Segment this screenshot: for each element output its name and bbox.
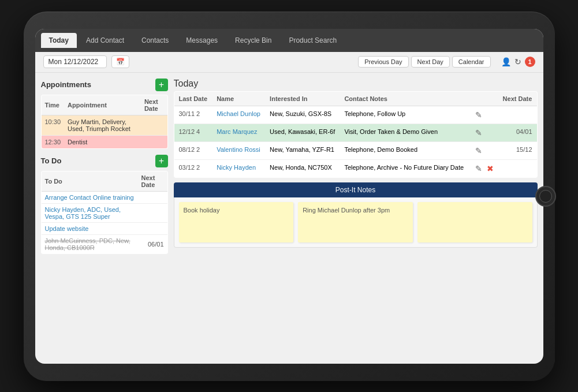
notification-badge[interactable]: 1 [525, 57, 535, 67]
appointments-section: Appointments + Time Appointment Next Dat… [41, 79, 168, 149]
appt-next-date [141, 115, 167, 135]
appt-col-nextdate: Next Date [141, 95, 167, 115]
today-last-date: 12/12 4 [174, 124, 212, 141]
today-interested-in: New, Honda, NC750X [265, 159, 340, 177]
today-name[interactable]: Marc Marquez [212, 124, 265, 141]
todo-row: John McGuinness, PDC, New, Honda, CB1000… [41, 234, 167, 253]
nav-tab-messages[interactable]: Messages [178, 33, 226, 48]
sidebar: Appointments + Time Appointment Next Dat… [41, 79, 168, 358]
contact-link[interactable]: Nicky Hayden [217, 164, 256, 171]
todo-header: To Do + [41, 155, 168, 167]
day-nav-group: Previous Day Next Day Calendar [358, 56, 490, 68]
today-interested-in: New, Yamaha, YZF-R1 [265, 141, 340, 159]
today-next-date [498, 106, 537, 124]
postit-note[interactable] [417, 202, 532, 242]
home-button[interactable] [535, 186, 556, 207]
appointments-header-row: Time Appointment Next Date [41, 95, 167, 115]
todo-next-date: 06/01 [137, 234, 167, 253]
postit-container: Book holidayRing Michael Dunlop after 3p… [174, 197, 538, 248]
appt-next-date [141, 135, 167, 148]
today-interested-in: Used, Kawasaki, ER-6f [265, 124, 340, 141]
contact-link[interactable]: Marc Marquez [217, 128, 257, 135]
postit-note[interactable]: Book holiday [179, 202, 294, 242]
today-title: Today [174, 79, 538, 89]
col-contact-notes: Contact Notes [340, 91, 468, 106]
today-interested-in: New, Suzuki, GSX-8S [265, 106, 340, 124]
today-row: 12/12 4 Marc Marquez Used, Kawasaki, ER-… [174, 124, 537, 141]
toolbar: 📅 Previous Day Next Day Calendar 👤 ↻ 1 [35, 52, 543, 73]
todo-table: To Do Next Date Arrange Contact Online t… [41, 171, 168, 254]
today-last-date: 08/12 2 [174, 141, 212, 159]
appt-col-time: Time [41, 95, 64, 115]
calendar-icon-btn[interactable]: 📅 [111, 55, 129, 68]
nav-tab-add-contact[interactable]: Add Contact [78, 33, 132, 48]
todo-text[interactable]: Update website [41, 222, 137, 234]
contact-link[interactable]: Valentino Rossi [217, 146, 260, 153]
edit-button[interactable]: ✎ [473, 164, 484, 173]
appointments-header: Appointments + [41, 79, 168, 91]
appt-text[interactable]: Dentist [64, 135, 141, 148]
today-name[interactable]: Valentino Rossi [212, 141, 265, 159]
next-day-button[interactable]: Next Day [411, 56, 450, 68]
tablet-frame: TodayAdd ContactContactsMessagesRecycle … [24, 12, 555, 381]
col-next-date: Next Date [498, 91, 537, 106]
postit-header: Post-It Notes [174, 182, 538, 197]
calendar-button[interactable]: Calendar [452, 56, 491, 68]
add-todo-button[interactable]: + [155, 155, 168, 167]
contact-link[interactable]: Michael Dunlop [217, 110, 260, 117]
col-name: Name [212, 91, 265, 106]
home-button-inner [539, 190, 552, 203]
main-content: Appointments + Time Appointment Next Dat… [35, 73, 543, 364]
edit-button[interactable]: ✎ [473, 146, 484, 155]
add-appointment-button[interactable]: + [155, 79, 168, 91]
today-name[interactable]: Michael Dunlop [212, 106, 265, 124]
right-panel: Today Last Date Name Interested In Conta… [174, 79, 538, 358]
delete-icon[interactable]: ✖ [487, 164, 494, 173]
today-row: 30/11 2 Michael Dunlop New, Suzuki, GSX-… [174, 106, 537, 124]
today-contact-notes: Telephone, Demo Booked [340, 141, 468, 159]
nav-tab-product-search[interactable]: Product Search [281, 33, 345, 48]
today-section: Today Last Date Name Interested In Conta… [174, 79, 538, 178]
today-row: 08/12 2 Valentino Rossi New, Yamaha, YZF… [174, 141, 537, 159]
nav-tab-contacts[interactable]: Contacts [133, 33, 177, 48]
today-row: 03/12 2 Nicky Hayden New, Honda, NC750X … [174, 159, 537, 177]
col-last-date: Last Date [174, 91, 212, 106]
today-contact-notes: Visit, Order Taken & Demo Given [340, 124, 468, 141]
user-icon[interactable]: 👤 [501, 57, 511, 66]
date-input[interactable] [43, 55, 107, 68]
postit-note[interactable]: Ring Michael Dunlop after 3pm [298, 202, 413, 242]
appt-text[interactable]: Guy Martin, Delivery, Used, Triumph Rock… [64, 115, 141, 135]
todo-next-date [137, 191, 167, 203]
todo-title: To Do [41, 156, 62, 165]
postit-section: Post-It Notes Book holidayRing Michael D… [174, 182, 538, 248]
todo-text[interactable]: John McGuinness, PDC, New, Honda, CB1000… [41, 234, 137, 253]
appt-time: 10:30 [41, 115, 64, 135]
edit-button[interactable]: ✎ [473, 110, 484, 120]
today-last-date: 03/12 2 [174, 159, 212, 177]
today-name[interactable]: Nicky Hayden [212, 159, 265, 177]
nav-tab-recycle-bin[interactable]: Recycle Bin [227, 33, 279, 48]
todo-header-row: To Do Next Date [41, 171, 167, 191]
tablet-screen: TodayAdd ContactContactsMessagesRecycle … [35, 29, 543, 364]
nav-tab-today[interactable]: Today [41, 33, 77, 48]
appt-time: 12:30 [41, 135, 64, 148]
prev-day-button[interactable]: Previous Day [358, 56, 408, 68]
todo-row: Nicky Hayden, ADC, Used, Vespa, GTS 125 … [41, 203, 167, 222]
todo-col-nextdate: Next Date [137, 171, 167, 191]
todo-text[interactable]: Nicky Hayden, ADC, Used, Vespa, GTS 125 … [41, 203, 137, 222]
refresh-icon[interactable]: ↻ [514, 57, 521, 66]
today-next-date: 15/12 [498, 141, 537, 159]
todo-row: Update website [41, 222, 167, 234]
appointment-row: 10:30 Guy Martin, Delivery, Used, Triump… [41, 115, 167, 135]
todo-next-date [137, 203, 167, 222]
edit-button[interactable]: ✎ [473, 128, 484, 137]
toolbar-right: 👤 ↻ 1 [501, 57, 535, 67]
today-edit-cell: ✎ [468, 106, 498, 124]
appt-col-appt: Appointment [64, 95, 141, 115]
appointments-title: Appointments [41, 80, 91, 89]
todo-section: To Do + To Do Next Date Arrange Contact … [41, 155, 168, 254]
top-nav: TodayAdd ContactContactsMessagesRecycle … [35, 29, 543, 52]
todo-text[interactable]: Arrange Contact Online training [41, 191, 137, 203]
today-table: Last Date Name Interested In Contact Not… [174, 91, 538, 178]
appointment-row: 12:30 Dentist [41, 135, 167, 148]
